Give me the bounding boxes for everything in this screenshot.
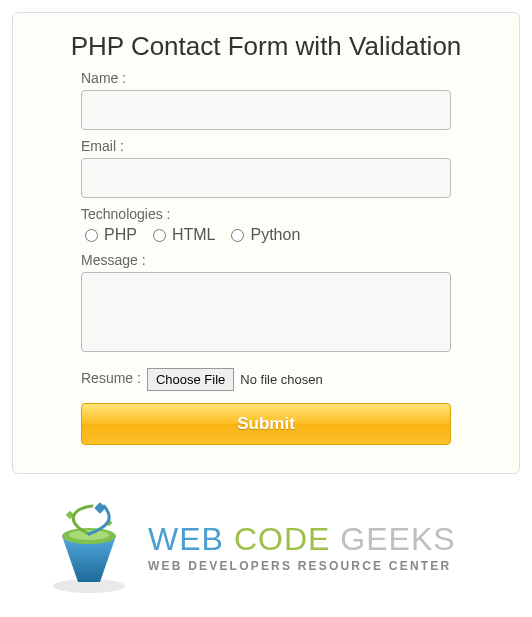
resume-row: Resume : Choose File No file chosen: [81, 368, 451, 391]
radio-html[interactable]: [153, 229, 166, 242]
email-input[interactable]: [81, 158, 451, 198]
radio-php-label: PHP: [104, 226, 137, 244]
choose-file-button[interactable]: Choose File: [147, 368, 234, 391]
technologies-options: PHP HTML Python: [81, 226, 451, 244]
logo-icon: [44, 500, 134, 595]
email-label: Email :: [81, 138, 451, 154]
brand-tagline: WEB DEVELOPERS RESOURCE CENTER: [148, 559, 456, 573]
technologies-label: Technologies :: [81, 206, 451, 222]
resume-label: Resume :: [81, 370, 141, 386]
site-logo: WEB CODE GEEKS WEB DEVELOPERS RESOURCE C…: [44, 500, 520, 595]
submit-button[interactable]: Submit: [81, 403, 451, 445]
brand-word-code: CODE: [234, 523, 330, 555]
radio-php[interactable]: [85, 229, 98, 242]
message-textarea[interactable]: [81, 272, 451, 352]
radio-python-label: Python: [250, 226, 300, 244]
brand-word-web: WEB: [148, 523, 224, 555]
radio-python[interactable]: [231, 229, 244, 242]
brand-line: WEB CODE GEEKS: [148, 523, 456, 555]
logo-text: WEB CODE GEEKS WEB DEVELOPERS RESOURCE C…: [148, 523, 456, 573]
radio-html-label: HTML: [172, 226, 216, 244]
message-label: Message :: [81, 252, 451, 268]
name-input[interactable]: [81, 90, 451, 130]
form-body: Name : Email : Technologies : PHP HTML P…: [35, 70, 497, 445]
file-status-text: No file chosen: [240, 372, 322, 387]
contact-form-card: PHP Contact Form with Validation Name : …: [12, 12, 520, 474]
brand-word-geeks: GEEKS: [340, 523, 455, 555]
form-title: PHP Contact Form with Validation: [35, 31, 497, 62]
name-label: Name :: [81, 70, 451, 86]
